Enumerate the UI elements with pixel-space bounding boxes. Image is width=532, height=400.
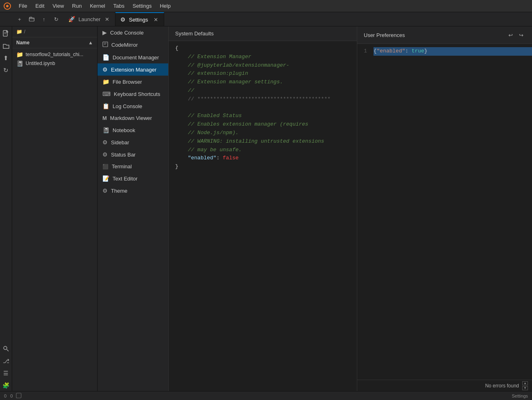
status-bar-icon: ⚙ — [102, 151, 108, 158]
settings-tab-icon: ⚙ — [120, 16, 126, 23]
tab-launcher[interactable]: 🚀 Launcher ✕ — [63, 12, 115, 26]
keyboard-shortcuts-icon: ⌨ — [102, 91, 111, 97]
file-browser-label: File Browser — [113, 79, 142, 85]
settings-nav-markdown-viewer[interactable]: M Markdown Viewer — [98, 112, 168, 124]
mode-indicator — [16, 393, 22, 399]
settings-nav-document-manager[interactable]: 📄 Document Manager — [98, 51, 168, 63]
svg-point-6 — [4, 346, 7, 350]
theme-label: Theme — [111, 188, 127, 194]
terminal-label: Terminal — [112, 163, 132, 170]
theme-icon: ⚙ — [102, 187, 108, 194]
file-list: 📁 tensorflow2_tutorials_chi... 📓 Untitle… — [12, 48, 97, 391]
notebook-icon: 📓 — [102, 127, 109, 133]
menu-run[interactable]: Run — [69, 2, 85, 10]
launcher-tab-label: Launcher — [78, 16, 100, 22]
activity-git[interactable]: ⎇ — [0, 355, 12, 367]
terminal-icon: ⬛ — [102, 164, 109, 170]
activity-folder[interactable] — [0, 40, 12, 52]
sidebar-icon: ⚙ — [102, 139, 108, 146]
document-manager-label: Document Manager — [113, 54, 159, 61]
refresh-button[interactable]: ↻ — [50, 13, 62, 25]
line-number-1: 1 — [357, 47, 373, 56]
system-defaults-header: System Defaults — [169, 26, 357, 41]
tab-settings[interactable]: ⚙ Settings ✕ — [115, 12, 164, 26]
upload-button[interactable]: ↑ — [38, 13, 50, 25]
bottom-left: 0 0 — [4, 393, 22, 399]
app-logo — [3, 2, 11, 10]
settings-panel: ▶ Code Console CodeMirror 📄 Document Man… — [98, 26, 532, 391]
user-preferences-code[interactable]: 1 {"enabled": true} — [357, 44, 532, 380]
settings-nav: ▶ Code Console CodeMirror 📄 Document Man… — [98, 26, 169, 391]
sidebar-path: 📁 / — [12, 26, 97, 37]
activity-bar: ⬆ ↻ ⎇ ☰ 🧩 — [0, 26, 12, 391]
sidebar-header: Name ▲ — [12, 37, 97, 48]
settings-nav-keyboard-shortcuts[interactable]: ⌨ Keyboard Shortcuts — [98, 88, 168, 100]
path-label: / — [24, 29, 25, 35]
svg-line-7 — [7, 350, 9, 352]
settings-nav-code-console[interactable]: ▶ Code Console — [98, 26, 168, 39]
status-bar-label: Status Bar — [111, 152, 136, 158]
notebook-label: Notebook — [113, 127, 135, 133]
svg-rect-2 — [29, 18, 34, 21]
user-prefs-redo-button[interactable]: ↪ — [517, 30, 525, 39]
untitled-file-name: Untitled.ipynb — [26, 61, 55, 66]
menu-tabs[interactable]: Tabs — [110, 2, 128, 10]
activity-list[interactable]: ☰ — [0, 367, 12, 379]
cursor-position: 0 0 — [4, 393, 13, 398]
untitled-notebook-icon: 📓 — [16, 60, 23, 67]
settings-nav-status-bar[interactable]: ⚙ Status Bar — [98, 148, 168, 161]
settings-nav-file-browser[interactable]: 📁 File Browser — [98, 76, 168, 88]
open-folder-button[interactable] — [26, 13, 37, 25]
no-errors-bar: No errors found ▲ ▼ — [357, 380, 532, 391]
new-tab-button[interactable]: + — [14, 13, 25, 25]
keyboard-shortcuts-label: Keyboard Shortcuts — [114, 91, 160, 97]
settings-nav-text-editor[interactable]: 📝 Text Editor — [98, 172, 168, 185]
menu-edit[interactable]: Edit — [32, 2, 48, 10]
sidebar-header-label: Name — [16, 40, 30, 46]
activity-upload[interactable]: ⬆ — [0, 52, 12, 64]
settings-nav-terminal[interactable]: ⬛ Terminal — [98, 161, 168, 172]
code-console-label: Code Console — [110, 30, 143, 36]
cursor-line: 0 — [4, 393, 7, 398]
launcher-tab-icon: 🚀 — [68, 16, 75, 22]
settings-tab-close[interactable]: ✕ — [152, 16, 159, 23]
settings-nav-log-console[interactable]: 📋 Log Console — [98, 100, 168, 112]
settings-nav-notebook[interactable]: 📓 Notebook — [98, 124, 168, 136]
extension-manager-icon: ⚙ — [102, 66, 108, 73]
activity-search[interactable] — [0, 343, 12, 354]
settings-content: System Defaults { // Extension Manager /… — [169, 26, 532, 391]
sidebar-sort-arrow[interactable]: ▲ — [88, 40, 93, 46]
settings-nav-theme[interactable]: ⚙ Theme — [98, 185, 168, 197]
settings-tab-label: Settings — [129, 17, 148, 23]
menu-kernel[interactable]: Kernel — [87, 2, 109, 10]
markdown-viewer-icon: M — [102, 115, 107, 121]
document-manager-icon: 📄 — [102, 54, 109, 61]
activity-files[interactable] — [0, 28, 12, 39]
codemirror-icon — [102, 41, 108, 48]
file-item-untitled[interactable]: 📓 Untitled.ipynb — [12, 59, 97, 68]
code-console-icon: ▶ — [102, 29, 107, 36]
menu-bar: File Edit View Run Kernel Tabs Settings … — [0, 0, 532, 12]
scroll-down-arrow[interactable]: ▼ — [522, 386, 528, 390]
user-prefs-actions: ↩ ↪ — [506, 30, 525, 39]
user-preferences-title: User Preferences — [364, 32, 405, 38]
file-item-tensorflow[interactable]: 📁 tensorflow2_tutorials_chi... — [12, 50, 97, 59]
codemirror-label: CodeMirror — [111, 42, 138, 48]
settings-nav-codemirror[interactable]: CodeMirror — [98, 39, 168, 51]
menu-help[interactable]: Help — [156, 2, 174, 10]
settings-nav-sidebar[interactable]: ⚙ Sidebar — [98, 136, 168, 148]
menu-view[interactable]: View — [49, 2, 67, 10]
launcher-tab-close[interactable]: ✕ — [104, 16, 110, 22]
settings-nav-extension-manager[interactable]: ⚙ Extension Manager — [98, 63, 168, 76]
menu-file[interactable]: File — [15, 2, 30, 10]
main-layout: ⬆ ↻ ⎇ ☰ 🧩 📁 / Name ▲ 📁 tensorflow2_tutor… — [0, 26, 532, 391]
scroll-up-arrow[interactable]: ▲ — [522, 381, 528, 385]
no-errors-text: No errors found — [485, 383, 519, 389]
sidebar: 📁 / Name ▲ 📁 tensorflow2_tutorials_chi..… — [12, 26, 98, 391]
user-prefs-undo-button[interactable]: ↩ — [506, 30, 515, 39]
menu-settings[interactable]: Settings — [129, 2, 155, 10]
folder-icon: 📁 — [16, 29, 22, 35]
activity-extensions[interactable]: 🧩 — [0, 380, 12, 391]
activity-refresh[interactable]: ↻ — [0, 65, 12, 76]
scroll-arrows[interactable]: ▲ ▼ — [522, 381, 528, 390]
